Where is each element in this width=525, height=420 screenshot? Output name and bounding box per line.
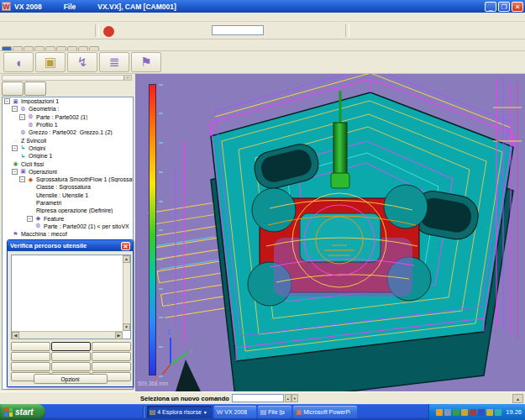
pause-button[interactable] <box>51 342 91 351</box>
options-button[interactable]: Opzioni <box>34 374 108 384</box>
dialog-close-icon[interactable]: ✕ <box>121 242 130 250</box>
tree-classe[interactable]: − Classe : Sgrossatura <box>3 183 133 191</box>
spinner-down-icon[interactable]: ▼ <box>291 394 298 402</box>
tray-icon-5[interactable] <box>470 409 476 416</box>
undo-icon[interactable] <box>117 23 131 37</box>
spinner-up-icon[interactable]: ▲ <box>285 394 291 402</box>
step-forward-button[interactable] <box>92 342 131 351</box>
tray-icon-7[interactable] <box>486 409 493 416</box>
forward-arrow-icon[interactable] <box>328 23 343 37</box>
zoom-target-icon[interactable] <box>366 23 381 37</box>
tree-expander-icon[interactable]: − <box>12 106 18 112</box>
panel-cam-manager-button[interactable] <box>2 81 24 96</box>
dialog-title-bar[interactable]: Verifica percorso utensile ✕ <box>8 240 133 251</box>
task-file[interactable]: ▤ File [pe... <box>258 406 291 418</box>
tree-ripresa[interactable]: − Ripresa operazione (Definire) <box>3 207 133 214</box>
cam-tool-path-icon[interactable]: ↯ <box>67 52 97 72</box>
back-arrow-icon[interactable] <box>313 23 328 37</box>
tree-geometria[interactable]: − ⚙ Geometria : <box>3 105 133 113</box>
command-input[interactable] <box>232 394 284 402</box>
maximize-button[interactable]: ❐ <box>498 2 510 12</box>
tray-icon-4[interactable] <box>461 409 468 416</box>
tab-5-assi[interactable] <box>56 46 66 50</box>
cam-setup-icon[interactable]: ◖ <box>3 52 34 72</box>
fast-forward-button[interactable] <box>92 352 131 361</box>
abort-icon[interactable] <box>103 26 114 37</box>
open-folder-icon[interactable] <box>18 23 32 37</box>
tree-utensile[interactable]: − Utensile : Utensile 1 <box>3 192 133 199</box>
tab-2-assi[interactable] <box>24 46 34 50</box>
hierarchy-icon[interactable] <box>162 23 176 37</box>
tray-icon-6[interactable] <box>478 409 485 416</box>
print-icon[interactable] <box>48 23 62 37</box>
panel-rotate-button[interactable] <box>24 81 46 96</box>
pick-button[interactable] <box>51 352 91 361</box>
redo-icon[interactable] <box>132 23 146 37</box>
tab-collegamenti[interactable] <box>67 46 77 50</box>
notepad-icon[interactable] <box>71 407 79 417</box>
toolbar-button[interactable] <box>345 24 349 37</box>
dark-app-icon[interactable] <box>111 407 119 417</box>
tree-parametri[interactable]: − Parametri <box>3 199 133 207</box>
blank-button-1[interactable] <box>51 362 91 371</box>
tree-feature-parte[interactable]: − ⚙ Parte : Parte002 (1) < per sitoVX <box>3 223 133 230</box>
edit-sketch-icon[interactable] <box>268 23 282 37</box>
tab-3-assi-nurbs[interactable] <box>34 46 45 50</box>
tray-icon-3[interactable] <box>453 409 459 416</box>
start-button[interactable]: start <box>0 404 45 420</box>
readout-hscrollbar[interactable]: ◀ ▶ <box>12 331 123 339</box>
orange-app-icon[interactable] <box>81 407 89 417</box>
toolbar-button[interactable] <box>95 24 99 37</box>
toolbar-input[interactable] <box>212 25 264 35</box>
tray-icon-8[interactable] <box>495 409 501 416</box>
tab-features[interactable] <box>13 46 23 50</box>
link-icon[interactable] <box>177 23 192 37</box>
tray-icon-1[interactable] <box>436 409 443 416</box>
regenerate-icon[interactable] <box>147 23 161 37</box>
tree-origini[interactable]: − ↳ Origini <box>3 144 133 152</box>
tree-profilo-1[interactable]: − ⚙ Profilo 1 <box>3 121 133 129</box>
visualize-icon[interactable] <box>283 23 297 37</box>
tree-macchina[interactable]: − ⚑ Macchina : mecof <box>3 230 133 238</box>
dropdown-arrow-icon[interactable] <box>418 23 424 37</box>
blue-app-icon[interactable] <box>101 407 109 417</box>
tree-grezzo[interactable]: − ⚙ Grezzo : Parte002_Grezzo.1 (2) <box>3 129 133 136</box>
cam-levels-icon[interactable]: ≣ <box>99 52 129 72</box>
minimize-button[interactable]: _ <box>485 2 496 12</box>
ie-icon[interactable] <box>50 407 59 417</box>
cam-stock-icon[interactable]: ▣ <box>35 52 66 72</box>
3d-viewport[interactable]: Z Y X 509.368 mm <box>135 74 525 391</box>
close-button[interactable]: ✕ <box>512 2 523 12</box>
task-esplora-risorse[interactable]: ▤ 4 Esplora risorse ▾ <box>147 406 213 418</box>
fast-back-button[interactable] <box>11 352 50 361</box>
confirm-icon[interactable] <box>192 23 207 37</box>
tree-expander-icon[interactable]: − <box>27 216 33 222</box>
step-back-button[interactable] <box>11 342 50 351</box>
command-history-spinner[interactable]: ▲ ▼ <box>285 394 298 402</box>
tray-icon-2[interactable] <box>444 409 451 416</box>
tree-expander-icon[interactable]: − <box>12 169 18 175</box>
zoom-window-icon[interactable] <box>351 23 365 37</box>
tab-output[interactable] <box>78 46 88 50</box>
statusbar-expand-button[interactable]: ▲ <box>512 394 523 403</box>
view-sphere-icon[interactable] <box>403 23 417 37</box>
show-desktop-icon[interactable] <box>60 407 69 417</box>
vx-quicklaunch-icon[interactable] <box>131 407 139 417</box>
tree-origine-1[interactable]: − ↳ Origine 1 <box>3 152 133 160</box>
panel-scroll-strip[interactable]: ▪ <box>2 75 132 81</box>
eraser-icon[interactable] <box>63 23 77 37</box>
tree-parte[interactable]: − ⚙ Parte : Parte002 (1) <box>3 113 133 121</box>
tab-analisi[interactable] <box>89 46 99 50</box>
tree-expander-icon[interactable]: − <box>4 98 10 104</box>
readout-vscrollbar[interactable]: ▲ ▼ <box>123 255 130 331</box>
tree-expander-icon[interactable]: − <box>12 145 18 151</box>
cam-machine-icon[interactable]: ⚑ <box>131 52 161 72</box>
tree-z-svincoli[interactable]: − ◌ Z Svincoli <box>3 136 133 144</box>
tab-impostazioni[interactable] <box>2 46 12 50</box>
gold-app-icon[interactable] <box>121 407 129 417</box>
tree-cicli-fissi[interactable]: − ◉ Cicli fissi <box>3 160 133 167</box>
shade-cube-icon[interactable] <box>381 23 396 37</box>
tree-impostazioni-1[interactable]: − ▣ Impostazioni 1 <box>3 97 133 105</box>
start-button[interactable] <box>11 362 50 371</box>
scroll-right-icon[interactable]: ▶ <box>115 332 123 339</box>
